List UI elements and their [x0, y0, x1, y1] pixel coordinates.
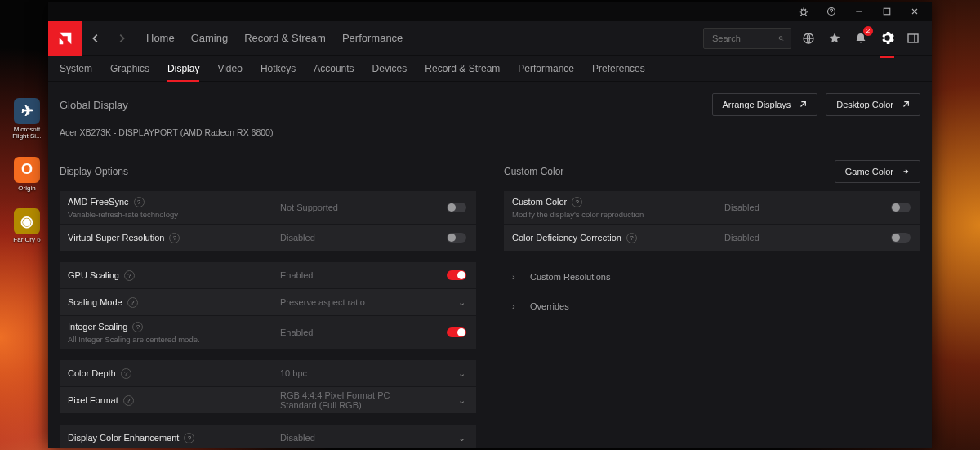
search-box[interactable] — [703, 28, 791, 49]
nav-forward-button[interactable] — [109, 21, 135, 56]
freesync-label: AMD FreeSync — [68, 197, 129, 207]
colordepth-label: Color Depth — [68, 368, 116, 378]
row-gpu-scaling: GPU Scaling? Enabled — [60, 262, 476, 288]
customcolor-label: Custom Color — [512, 197, 567, 207]
subtab-devices[interactable]: Devices — [372, 56, 408, 82]
external-icon — [799, 100, 807, 109]
row-display-color-enhancement[interactable]: Display Color Enhancement? Disabled ⌄ — [60, 425, 476, 448]
customcolor-value: Disabled — [716, 203, 881, 212]
maximize-icon[interactable] — [873, 2, 901, 21]
freesync-sublabel: Variable-refresh-rate technology — [68, 210, 264, 219]
chevron-down-icon[interactable]: ⌄ — [457, 433, 466, 443]
enhance-label: Display Color Enhancement — [68, 433, 179, 443]
colordepth-value: 10 bpc — [272, 368, 437, 378]
svg-rect-2 — [884, 8, 890, 15]
row-color-deficiency-correction: Color Deficiency Correction? Disabled — [504, 225, 920, 251]
desktop-icon-farcry6[interactable]: ◉ Far Cry 6 — [10, 208, 44, 243]
scalingmode-label: Scaling Mode — [68, 297, 122, 307]
notifications-icon[interactable]: 2 — [852, 29, 870, 47]
plane-icon: ✈ — [14, 98, 40, 124]
expander-overrides[interactable]: › Overrides — [504, 292, 920, 321]
subtab-performance[interactable]: Performance — [518, 56, 574, 82]
subtab-preferences[interactable]: Preferences — [592, 56, 645, 82]
subtab-display[interactable]: Display — [167, 56, 199, 82]
intscaling-sublabel: All Integer Scaling are centered mode. — [68, 335, 264, 344]
settings-subtabs: System Graphics Display Video Hotkeys Ac… — [48, 56, 932, 82]
overrides-label: Overrides — [530, 301, 569, 311]
search-input[interactable] — [710, 33, 778, 44]
help-icon[interactable]: ? — [169, 233, 180, 243]
pixelformat-label: Pixel Format — [68, 395, 118, 405]
vsr-label: Virtual Super Resolution — [68, 233, 164, 243]
game-color-button[interactable]: Game Color — [835, 160, 920, 183]
game-color-label: Game Color — [845, 167, 893, 176]
mainnav-gaming[interactable]: Gaming — [191, 32, 229, 44]
external-icon — [902, 100, 910, 109]
subtab-system[interactable]: System — [60, 56, 92, 82]
sidebar-toggle-icon[interactable] — [904, 29, 922, 47]
main-nav: Home Gaming Record & Stream Performance — [146, 32, 403, 44]
bug-report-icon[interactable] — [790, 2, 817, 21]
farcry-icon: ◉ — [14, 208, 40, 234]
web-icon[interactable] — [800, 29, 817, 47]
expander-custom-resolutions[interactable]: › Custom Resolutions — [504, 262, 920, 292]
help-icon[interactable]: ? — [124, 270, 135, 281]
page-title: Global Display — [60, 99, 128, 111]
chevron-down-icon[interactable]: ⌄ — [457, 297, 466, 308]
custom-color-column: Custom Color Game Color Custom Color? Mo… — [504, 160, 920, 448]
intscaling-toggle[interactable] — [447, 327, 466, 337]
row-virtual-super-resolution: Virtual Super Resolution? Disabled — [60, 225, 476, 251]
row-color-depth[interactable]: Color Depth? 10 bpc ⌄ — [60, 360, 476, 386]
favorite-icon[interactable] — [826, 29, 844, 47]
vsr-toggle[interactable] — [447, 233, 466, 243]
mainnav-home[interactable]: Home — [146, 32, 175, 44]
gpuscaling-label: GPU Scaling — [68, 270, 119, 280]
chevron-down-icon[interactable]: ⌄ — [457, 395, 466, 406]
close-icon[interactable] — [901, 2, 929, 21]
desktop-icon-label: Origin — [18, 185, 35, 192]
desktop-icon-msfs[interactable]: ✈ Microsoft Flight Si... — [10, 98, 44, 140]
customcolor-toggle[interactable] — [891, 203, 911, 212]
desktop-icon-label: Far Cry 6 — [13, 237, 40, 243]
mainnav-performance[interactable]: Performance — [342, 32, 403, 44]
help-icon[interactable]: ? — [132, 322, 143, 332]
help-icon[interactable]: ? — [121, 368, 131, 379]
chevron-down-icon[interactable]: ⌄ — [457, 368, 466, 379]
content-area: Global Display Arrange Displays Desktop … — [48, 82, 932, 448]
subtab-record-stream[interactable]: Record & Stream — [425, 56, 500, 82]
help-icon[interactable]: ? — [134, 197, 145, 207]
desktop-icon-origin[interactable]: O Origin — [10, 157, 44, 192]
cdc-toggle[interactable] — [891, 233, 911, 243]
row-pixel-format[interactable]: Pixel Format? RGB 4:4:4 Pixel Format PC … — [60, 387, 476, 413]
help-icon[interactable]: ? — [127, 297, 138, 308]
settings-icon[interactable] — [878, 29, 896, 47]
minimize-icon[interactable] — [845, 2, 873, 21]
row-scaling-mode[interactable]: Scaling Mode? Preserve aspect ratio ⌄ — [60, 289, 476, 315]
cdc-value: Disabled — [716, 233, 881, 243]
subtab-graphics[interactable]: Graphics — [110, 56, 149, 82]
desktop-color-button[interactable]: Desktop Color — [826, 93, 920, 116]
desktop-color-label: Desktop Color — [836, 100, 893, 109]
intscaling-label: Integer Scaling — [68, 322, 127, 332]
nav-back-button[interactable] — [82, 21, 109, 56]
scalingmode-value: Preserve aspect ratio — [272, 297, 437, 307]
custom-resolutions-label: Custom Resolutions — [530, 272, 610, 282]
subtab-hotkeys[interactable]: Hotkeys — [261, 56, 296, 82]
help-icon[interactable] — [817, 2, 845, 21]
help-icon[interactable]: ? — [123, 395, 134, 406]
freesync-toggle[interactable] — [447, 203, 466, 212]
customcolor-sublabel: Modify the display's color reproduction — [512, 210, 708, 219]
search-icon — [778, 33, 784, 43]
amd-logo[interactable] — [48, 21, 82, 56]
help-icon[interactable]: ? — [184, 433, 194, 443]
arrange-displays-button[interactable]: Arrange Displays — [712, 93, 818, 116]
top-bar: Home Gaming Record & Stream Performance … — [48, 21, 932, 56]
help-icon[interactable]: ? — [626, 233, 637, 243]
gpuscaling-toggle[interactable] — [447, 270, 466, 280]
origin-icon: O — [14, 157, 40, 183]
cdc-label: Color Deficiency Correction — [512, 233, 621, 243]
subtab-video[interactable]: Video — [217, 56, 242, 82]
subtab-accounts[interactable]: Accounts — [314, 56, 354, 82]
help-icon[interactable]: ? — [572, 197, 582, 207]
mainnav-record-stream[interactable]: Record & Stream — [244, 32, 326, 44]
